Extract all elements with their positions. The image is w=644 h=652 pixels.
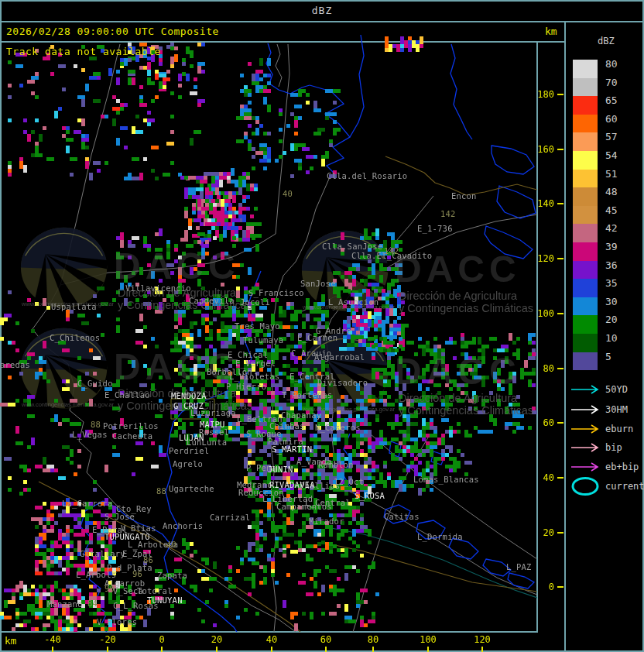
right-axis-tick-label: 0 bbox=[549, 582, 554, 592]
right-axis-tick-mark bbox=[557, 586, 564, 588]
place-label: Agrelo bbox=[173, 459, 203, 468]
map-line bbox=[497, 186, 536, 218]
right-axis-tick-label: 60 bbox=[543, 417, 554, 428]
right-axis-tick-label: 140 bbox=[537, 198, 554, 209]
place-label: Villavicencio bbox=[125, 283, 191, 293]
bottom-axis-tick-label: 40 bbox=[266, 634, 277, 645]
bottom-axis-tick-label: 120 bbox=[474, 634, 491, 645]
legend-label-bip: bip bbox=[605, 442, 622, 453]
right-axis-tick-mark bbox=[557, 94, 564, 95]
colorbar-value-label: 60 bbox=[605, 112, 618, 124]
place-label: Carrizal bbox=[210, 513, 250, 522]
colorbar-swatch-51 bbox=[573, 170, 598, 188]
right-axis-tick-mark bbox=[557, 477, 564, 479]
bottom-axis-tick-mark bbox=[325, 647, 327, 652]
dacc-watermark-line1: Dirección de Agricultura bbox=[399, 290, 518, 302]
dacc-watermark-name: DACC bbox=[114, 245, 240, 287]
colorbar-swatch-57 bbox=[573, 132, 598, 151]
place-label: Tres_Mayo bbox=[235, 321, 280, 331]
colorbar-value-label: 42 bbox=[605, 222, 618, 234]
bottom-axis-tick-mark bbox=[372, 647, 374, 652]
place-label: G_CRUZ bbox=[173, 401, 204, 411]
place-label: Manzano bbox=[47, 599, 83, 609]
colorbar-swatch-5 bbox=[573, 352, 598, 371]
colorbar-swatch-80 bbox=[573, 60, 598, 78]
legend-label-eburn: eburn bbox=[605, 424, 633, 434]
bottom-axis-tick-mark bbox=[271, 647, 272, 652]
bottom-axis-tick-mark bbox=[481, 647, 483, 652]
right-axis-tick-label: 40 bbox=[543, 472, 554, 483]
colorbar-swatch-45 bbox=[573, 206, 598, 225]
place-label: aredas bbox=[0, 360, 30, 369]
place-label: Tulumaya bbox=[243, 335, 283, 345]
map-line bbox=[450, 44, 472, 139]
right-axis-tick-label: 180 bbox=[537, 89, 554, 100]
right-axis-tick-mark bbox=[557, 532, 564, 534]
bottom-axis-tick-label: 100 bbox=[420, 634, 437, 645]
bottom-axis-tick-mark bbox=[52, 647, 53, 652]
place-label: S_Jose bbox=[104, 512, 135, 522]
place-label: RIVADAVIA bbox=[269, 480, 315, 489]
colorbar-swatch-36 bbox=[573, 261, 598, 280]
bottom-axis-unit-label: km bbox=[5, 635, 17, 647]
colorbar-value-label: 10 bbox=[605, 332, 618, 344]
dacc-watermark-line1: Dirección de Agricultura bbox=[399, 392, 518, 404]
place-label: 96 bbox=[132, 569, 142, 578]
colorbar-value-label: 45 bbox=[605, 204, 618, 215]
place-label: La_Carrera bbox=[62, 499, 112, 509]
place-label: S_ROSA bbox=[355, 491, 385, 501]
map-line bbox=[449, 538, 478, 559]
eb+bip-arrow-icon bbox=[571, 463, 598, 471]
place-label: L_Violetas bbox=[229, 372, 279, 382]
legend-label-50YD: 50YD bbox=[605, 384, 628, 395]
map-line bbox=[310, 85, 350, 173]
place-label: 88 bbox=[156, 486, 166, 496]
colorbar-value-label: 54 bbox=[605, 149, 618, 161]
place-label: 86 bbox=[143, 555, 153, 564]
place-label: Divisadero bbox=[317, 378, 368, 387]
radar-app-window: dBZ 2026/02/28 09:00:00 UTC Composite km… bbox=[0, 0, 644, 652]
30HM-arrow-icon bbox=[571, 406, 598, 414]
place-label: Uspallata bbox=[51, 302, 97, 311]
place-label: Algarrobal bbox=[314, 352, 365, 362]
place-label: MENDOZA bbox=[171, 391, 207, 400]
bottom-axis-tick-mark bbox=[161, 647, 163, 652]
eburn-arrow-icon bbox=[571, 425, 598, 433]
right-axis-tick-mark bbox=[557, 203, 564, 204]
legend-label-current: current bbox=[605, 481, 644, 492]
colorbar-swatch-42 bbox=[573, 224, 598, 242]
place-label: L_Asuncion bbox=[328, 297, 379, 307]
place-label: TUPUNGATO bbox=[104, 532, 150, 541]
colorbar-swatch-48 bbox=[573, 187, 598, 206]
50YD-arrow-icon bbox=[571, 386, 598, 393]
place-label: 40 bbox=[283, 189, 293, 198]
place-label: E_Carmen bbox=[297, 333, 337, 343]
place-label: E_Vergel bbox=[235, 359, 276, 369]
right-axis-tick-label: 120 bbox=[537, 253, 554, 264]
place-label: P_Hierro bbox=[226, 382, 266, 392]
right-axis-tick-label: 80 bbox=[543, 363, 554, 374]
bottom-axis-tick-mark bbox=[107, 647, 108, 652]
place-label: 90 bbox=[104, 584, 115, 593]
colorbar-value-label: 80 bbox=[605, 58, 618, 70]
place-label: Capdevila bbox=[189, 296, 235, 305]
place-label: L_Dormida bbox=[417, 532, 463, 542]
place-label: L_Central bbox=[305, 498, 351, 508]
place-label: Clla.SanJose bbox=[322, 242, 382, 251]
dacc-watermark-url: www.contingencias.mendoza.gov.ar bbox=[21, 401, 115, 408]
right-axis-tick-mark bbox=[557, 368, 564, 369]
colorbar-swatch-54 bbox=[573, 151, 598, 170]
colorbar-swatch-10 bbox=[573, 334, 598, 352]
bottom-axis-tick-mark bbox=[216, 647, 218, 652]
bottom-axis-tick-label: 80 bbox=[368, 634, 379, 645]
colorbar-swatch-60 bbox=[573, 115, 598, 133]
place-label: Gltallary bbox=[80, 549, 125, 558]
legend-label-eb+bip: eb+bip bbox=[605, 462, 639, 472]
place-label: E_1-736 bbox=[417, 224, 453, 234]
colorbar-swatch-65 bbox=[573, 96, 598, 115]
current-ellipse-icon bbox=[573, 479, 598, 495]
bottom-axis-tick-label: 60 bbox=[320, 634, 331, 645]
place-label: C_Chilenos bbox=[50, 333, 100, 343]
colorbar-swatch-70 bbox=[573, 78, 598, 97]
place-label: S_Francisco bbox=[248, 288, 304, 298]
